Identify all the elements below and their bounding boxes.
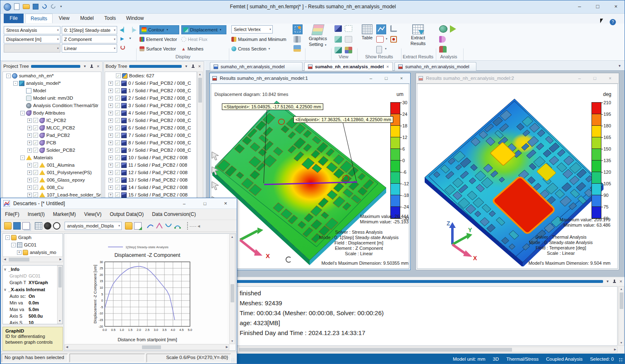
tree-expander-icon[interactable]: + — [108, 96, 113, 101]
tree-checkbox[interactable]: ✓ — [115, 192, 120, 197]
results1-title-bar[interactable]: Results sumaho_nh_en:analysis_model:1 – … — [210, 73, 410, 84]
tab-view[interactable]: View — [54, 14, 74, 23]
results2-maximize-icon[interactable]: □ — [589, 76, 601, 81]
property-row[interactable]: Auto sc:On — [3, 293, 62, 299]
project-tree-item[interactable]: +✓Solder_PCB2 — [3, 146, 101, 154]
tree-expander-icon[interactable]: - — [5, 235, 10, 240]
project-tree-item[interactable]: +✓PCB — [3, 139, 101, 146]
view-gray-icon[interactable] — [345, 36, 352, 43]
console-pin-icon[interactable] — [612, 279, 616, 284]
body-tree-item[interactable]: +✓4 / Solid / Pad_PCB2 / 008_C — [105, 109, 197, 117]
tree-expander-icon[interactable]: + — [27, 118, 32, 123]
tree-checkbox[interactable]: ✓ — [33, 148, 38, 153]
contour-button[interactable]: Contour▼ — [139, 25, 179, 34]
tree-expander-icon[interactable]: + — [108, 193, 113, 197]
body-tree-item[interactable]: +✓9 / Solid / Pad_PCB2 / 008_C — [105, 146, 197, 154]
tree-expander-icon[interactable]: - — [13, 81, 18, 86]
graph-hscrollbar[interactable]: ◀ ▶ — [65, 344, 229, 350]
tab-list-icon[interactable]: ▼ — [618, 64, 621, 68]
tab-model[interactable]: Model — [76, 14, 98, 23]
tree-checkbox[interactable]: ✓ — [115, 177, 120, 182]
console-vscrollbar[interactable]: ▲ ▼ — [618, 286, 624, 346]
element-vector-button[interactable]: Element Vector — [139, 35, 177, 43]
project-tree-pin-icon[interactable] — [89, 64, 94, 69]
tab-file[interactable]: File — [4, 14, 24, 23]
property-row[interactable]: Min va0.0m — [3, 299, 62, 306]
undo-icon[interactable] — [41, 3, 48, 10]
analysis-setting-icon[interactable] — [439, 25, 447, 33]
redo-icon[interactable] — [50, 3, 57, 10]
analysis-type-combo[interactable]: Stress Analysis▼ — [4, 26, 60, 34]
tree-expander-icon[interactable]: + — [108, 118, 113, 123]
descartes-tree-hscrollbar[interactable]: ◀ ▶ — [2, 256, 63, 262]
tree-checkbox[interactable]: ✓ — [33, 125, 38, 130]
descartes-menu-item[interactable]: Data Conversion(C) — [148, 209, 200, 220]
tree-expander-icon[interactable]: + — [108, 156, 113, 160]
recalc-icon[interactable] — [120, 45, 125, 50]
console-close-icon[interactable]: × — [618, 279, 623, 284]
view-shade-icon[interactable] — [334, 47, 342, 53]
coord-icon[interactable] — [293, 45, 301, 52]
descartes-menu-item[interactable]: Marker(M) — [49, 209, 80, 220]
step-forward-icon[interactable]: ▕▶ — [129, 27, 136, 33]
project-tree-item[interactable]: -Body Attributes — [3, 109, 101, 117]
field-combo[interactable]: Displacement [m]▼ — [4, 35, 60, 43]
project-tree-item[interactable]: Model unit: mm/3D — [3, 94, 101, 102]
graph-vscrollbar[interactable]: ▲ ▼ — [229, 234, 235, 344]
tree-checkbox[interactable]: ✓ — [33, 170, 38, 175]
project-tree-item[interactable]: +✓IC_PCB2 — [3, 117, 101, 124]
graphics-setting-button[interactable]: Graphics Setting ▼ — [307, 24, 329, 47]
flag-icon[interactable] — [439, 36, 446, 43]
tree-expander-icon[interactable]: - — [11, 243, 16, 247]
descartes-curve-bridge-icon[interactable] — [174, 222, 181, 230]
descartes-globe-light-icon[interactable] — [53, 222, 60, 230]
play-animation-icon[interactable]: ▶ — [120, 36, 124, 41]
descartes-graph-area[interactable]: 0.00.51.01.52.02.53.03.54.04.55.03025201… — [64, 233, 236, 351]
descartes-menu-item[interactable]: Insert(I) — [24, 209, 49, 220]
meshes-button[interactable]: ▲ Meshes — [181, 45, 203, 53]
tree-checkbox[interactable]: ✓ — [33, 177, 38, 182]
doc-tab-close-icon[interactable]: × — [386, 64, 389, 69]
xy-graph-options-icon[interactable]: ▼ — [385, 38, 388, 40]
tree-checkbox[interactable]: ✓ — [115, 148, 120, 153]
component-combo[interactable]: Z Component▼ — [62, 35, 117, 43]
body-tree-item[interactable]: +✓8 / Solid / Pad_PCB2 / 008_C — [105, 139, 197, 146]
tree-checkbox[interactable]: ✓ — [33, 140, 38, 145]
view-multi-icon[interactable] — [345, 47, 352, 53]
tree-expander-icon[interactable]: + — [27, 178, 32, 182]
descartes-edit-icon[interactable] — [134, 222, 142, 230]
property-row[interactable]: Graph TXYGraph — [3, 279, 62, 286]
body-tree-item[interactable]: +✓1 / Solid / Pad_PCB2 / 008_C — [105, 87, 197, 94]
descartes-dataset-combo[interactable]: analysis_model_Displa▼ — [65, 222, 122, 230]
tree-expander-icon[interactable]: + — [27, 141, 32, 145]
help-icon[interactable]: ? — [610, 19, 616, 25]
project-tree-item[interactable]: -Materials — [3, 154, 101, 161]
tree-expander-icon[interactable]: - — [20, 156, 25, 160]
new-file-icon[interactable] — [14, 3, 19, 10]
context-help-cursor-icon[interactable] — [600, 19, 603, 23]
graph-toggle[interactable] — [376, 24, 386, 34]
max-min-button[interactable]: Maximum and Minimum — [231, 35, 286, 43]
tree-expander-icon[interactable]: + — [108, 126, 113, 130]
descartes-close-icon[interactable]: × — [217, 200, 234, 206]
console-output[interactable]: finishedMeshes: 92439Time: 00:00:34 (Mes… — [232, 286, 618, 346]
results1-minimize-icon[interactable]: – — [365, 76, 377, 81]
tree-checkbox[interactable]: ✓ — [33, 118, 38, 123]
tab-tools[interactable]: Tools — [100, 14, 120, 23]
xy-graph-icon[interactable] — [376, 36, 384, 43]
tree-checkbox[interactable]: ✓ — [115, 133, 120, 138]
body-tree-item[interactable]: +✓2 / Solid / Pad_PCB2 / 008_C — [105, 94, 197, 102]
tree-expander-icon[interactable]: + — [108, 185, 113, 190]
probe-icon[interactable] — [293, 36, 301, 43]
qat-more-icon[interactable]: ▼ — [60, 5, 62, 8]
tree-checkbox[interactable]: ✓ — [115, 118, 120, 123]
tree-expander-icon[interactable]: + — [108, 141, 113, 145]
property-row[interactable]: Max va5.0m — [3, 306, 62, 313]
open-file-icon[interactable] — [23, 4, 30, 9]
project-tree-item[interactable]: +✓006_Glass_epoxy — [3, 176, 101, 184]
descartes-globe-dark-icon[interactable] — [44, 222, 51, 230]
body-tree-root[interactable]: ✓Bodies: 627 — [105, 72, 197, 79]
extract-results-button[interactable]: ExtractResults — [406, 24, 430, 46]
tree-checkbox[interactable]: ✓ — [115, 103, 120, 108]
save-icon[interactable] — [33, 4, 38, 10]
